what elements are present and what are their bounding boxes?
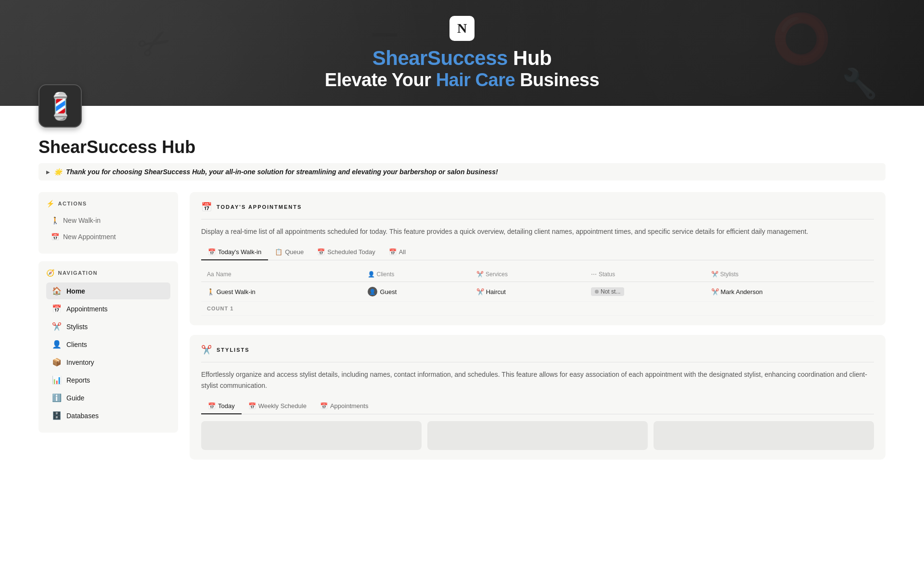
walkin-icon: 🚶 <box>51 217 59 224</box>
client-name-value: Guest <box>380 288 397 295</box>
stylists-nav-label: Stylists <box>66 323 88 331</box>
appointments-table: AaName 👤Clients ✂️Services ⋯Status ✂️Sty… <box>201 267 874 316</box>
stylist-value: Mark Anderson <box>720 288 762 295</box>
stylists-section-desc: Effortlessly organize and access stylist… <box>201 369 874 391</box>
sidebar-item-guide[interactable]: ℹ️ Guide <box>46 389 170 406</box>
col-status-icon: ⋯ <box>591 271 597 278</box>
inventory-nav-label: Inventory <box>66 359 94 366</box>
tab-scheduled-label: Scheduled Today <box>327 248 375 256</box>
subtitle-part2: Business <box>515 70 599 90</box>
tab-all[interactable]: 📅 All <box>382 244 412 260</box>
tab-scheduled-today[interactable]: 📅 Scheduled Today <box>310 244 382 260</box>
col-status: ⋯Status <box>585 267 706 282</box>
appointments-section-header: 📅 TODAY'S APPOINTMENTS <box>201 202 874 219</box>
guide-nav-icon: ℹ️ <box>52 393 62 402</box>
row-name-cell: 🚶 Guest Walk-in <box>201 282 362 302</box>
navigation-title: 🧭 NAVIGATION <box>46 269 170 277</box>
sidebar-item-databases[interactable]: 🗄️ Databases <box>46 407 170 424</box>
databases-nav-icon: 🗄️ <box>52 411 62 420</box>
stylists-section-icon: ✂️ <box>201 345 212 355</box>
new-appointment-button[interactable]: 📅 New Appointment <box>46 230 170 244</box>
deco-circle: ⭕ <box>771 11 832 67</box>
sidebar-item-inventory[interactable]: 📦 Inventory <box>46 354 170 371</box>
callout-bar[interactable]: ▶ 🌟 Thank you for choosing ShearSuccess … <box>38 163 886 180</box>
tab-queue-label: Queue <box>285 248 304 256</box>
table-row: 🚶 Guest Walk-in 👤 Guest ✂️ <box>201 282 874 302</box>
row-service-cell: ✂️ Haircut <box>471 282 585 302</box>
col-status-label: Status <box>599 271 615 278</box>
callout-text: Thank you for choosing ShearSuccess Hub,… <box>66 168 498 176</box>
page-title: ShearSuccess Hub <box>38 137 886 157</box>
row-walkin-icon: 🚶 <box>207 288 217 295</box>
header-title-highlight2: Success <box>427 47 508 69</box>
main-content: 📅 TODAY'S APPOINTMENTS Display a real-ti… <box>190 192 886 469</box>
tab-stylist-today-icon: 📅 <box>208 402 216 410</box>
clients-nav-icon: 👤 <box>52 340 62 349</box>
subtitle-part1: Elevate Your <box>325 70 436 90</box>
col-services-icon: ✂️ <box>476 271 484 278</box>
actions-label: ACTIONS <box>58 201 87 206</box>
new-walkin-button[interactable]: 🚶 New Walk-in <box>46 213 170 228</box>
sidebar-item-home[interactable]: 🏠 Home <box>46 282 170 299</box>
callout-icon: 🌟 <box>54 168 62 176</box>
client-avatar: 👤 <box>368 287 377 296</box>
avatar-wrap: 💈 <box>38 84 82 128</box>
col-name-icon: Aa <box>207 271 214 278</box>
databases-nav-label: Databases <box>66 412 99 420</box>
client-cell-wrap: 👤 Guest <box>368 287 465 296</box>
peek-card-2 <box>427 421 648 450</box>
tab-stylist-today-label: Today <box>218 402 235 410</box>
header-banner: ✂ ⭕ 🔧 ⚊ N ShearSuccess Hub Elevate Your … <box>0 0 924 106</box>
row-client-cell: 👤 Guest <box>362 282 471 302</box>
tab-scheduled-icon: 📅 <box>317 248 325 256</box>
walkin-label: New Walk-in <box>63 217 101 224</box>
stylist-peek-cards <box>201 421 874 450</box>
tab-weekly-schedule[interactable]: 📅 Weekly Schedule <box>242 398 313 414</box>
navigation-label: NAVIGATION <box>58 270 98 276</box>
tab-queue-icon: 📋 <box>275 248 282 256</box>
sidebar-item-clients[interactable]: 👤 Clients <box>46 336 170 353</box>
row-name-value: Guest Walk-in <box>217 288 256 295</box>
home-icon: 🏠 <box>52 286 62 295</box>
appointments-section-desc: Display a real-time list of all appointm… <box>201 226 874 237</box>
actions-icon: ⚡ <box>46 200 55 207</box>
deco-tool: 🔧 <box>842 66 878 101</box>
actions-title: ⚡ ACTIONS <box>46 200 170 207</box>
tab-queue[interactable]: 📋 Queue <box>268 244 310 260</box>
col-stylists-icon: ✂️ <box>711 271 719 278</box>
table-header-row: AaName 👤Clients ✂️Services ⋯Status ✂️Sty… <box>201 267 874 282</box>
status-value: Not st... <box>601 288 620 295</box>
service-icon: ✂️ <box>476 288 486 295</box>
navigation-icon: 🧭 <box>46 269 55 277</box>
count-row: COUNT 1 <box>201 302 874 316</box>
peek-card-3 <box>654 421 874 450</box>
stylists-section-card: ✂️ STYLISTS Effortlessly organize and ac… <box>190 335 886 460</box>
navigation-section: 🧭 NAVIGATION 🏠 Home 📅 Appointments ✂️ St… <box>38 261 178 433</box>
sidebar-item-reports[interactable]: 📊 Reports <box>46 372 170 388</box>
home-label: Home <box>66 287 85 295</box>
tab-stylist-today[interactable]: 📅 Today <box>201 398 242 414</box>
peek-card-1 <box>201 421 422 450</box>
callout-arrow: ▶ <box>46 169 50 175</box>
row-status-cell: Not st... <box>585 282 706 302</box>
appointments-nav-label: Appointments <box>66 305 108 313</box>
sidebar-item-appointments[interactable]: 📅 Appointments <box>46 300 170 317</box>
tab-stylist-appointments[interactable]: 📅 Appointments <box>313 398 375 414</box>
header-title-highlight1: Shear <box>372 47 427 69</box>
col-services-label: Services <box>486 271 508 278</box>
row-stylist-cell: ✂️ Mark Anderson <box>706 282 874 302</box>
sidebar-item-stylists[interactable]: ✂️ Stylists <box>46 318 170 335</box>
main-layout: ⚡ ACTIONS 🚶 New Walk-in 📅 New Appointmen… <box>38 192 886 469</box>
appointments-table-head: AaName 👤Clients ✂️Services ⋯Status ✂️Sty… <box>201 267 874 282</box>
header-subtitle: Elevate Your Hair Care Business <box>325 70 599 90</box>
tab-todays-walkin[interactable]: 📅 Today's Walk-in <box>201 244 268 260</box>
count-number: 1 <box>230 306 233 311</box>
page-content: ShearSuccess Hub ▶ 🌟 Thank you for choos… <box>0 106 924 469</box>
col-name: AaName <box>201 267 362 282</box>
sidebar: ⚡ ACTIONS 🚶 New Walk-in 📅 New Appointmen… <box>38 192 178 440</box>
tab-walkin-icon: 📅 <box>208 248 216 256</box>
stylists-section-title: STYLISTS <box>217 347 250 353</box>
col-services: ✂️Services <box>471 267 585 282</box>
tab-all-icon: 📅 <box>389 248 397 256</box>
stylist-icon: ✂️ <box>711 288 721 295</box>
